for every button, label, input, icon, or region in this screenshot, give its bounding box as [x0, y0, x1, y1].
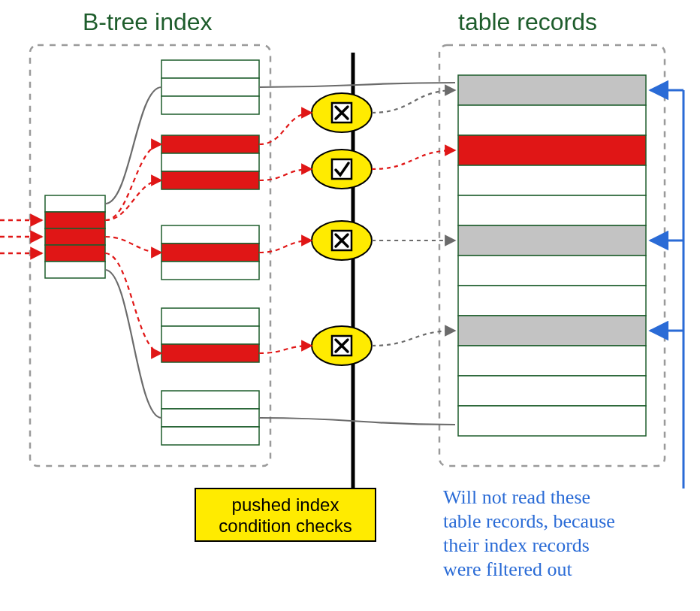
annotation-line: were filtered out: [443, 558, 573, 580]
leaf-row: [161, 153, 259, 171]
root-to-leaf-arrows: [105, 87, 161, 418]
annotation-text: Will not read thesetable records, becaus…: [443, 486, 615, 580]
leaf-row: [161, 326, 259, 344]
connector: [259, 83, 455, 87]
leaf-row: [161, 96, 259, 114]
table-row: [458, 165, 646, 195]
table-row: [458, 135, 646, 165]
table-row: [458, 406, 646, 436]
table-row: [458, 376, 646, 406]
annotation-line: their index records: [443, 534, 590, 556]
table-row: [458, 225, 646, 256]
connector: [105, 87, 161, 204]
leaf-row: [161, 344, 259, 362]
leaf-row: [161, 308, 259, 326]
root-row: [45, 195, 105, 212]
btree-root-node: [45, 195, 105, 278]
connector: [259, 346, 312, 353]
leaf-row: [161, 225, 259, 243]
table-title: table records: [458, 8, 597, 35]
root-row: [45, 228, 105, 245]
annotation-arrows: [650, 90, 683, 488]
condition-evaluators: [312, 93, 372, 365]
connector: [105, 270, 161, 418]
leaf-row: [161, 78, 259, 96]
connector: [372, 331, 455, 346]
connector: [259, 418, 455, 425]
btree-leaf-nodes: [161, 60, 259, 445]
connector: [105, 253, 161, 353]
table-records-block: [458, 75, 646, 436]
table-row: [458, 75, 646, 105]
leaf-to-eval-arrows: [259, 113, 312, 353]
connector: [372, 150, 455, 169]
leaf-row: [161, 409, 259, 427]
connector: [372, 90, 455, 113]
table-row: [458, 316, 646, 346]
table-row: [458, 346, 646, 376]
root-row: [45, 262, 105, 278]
leaf-row: [161, 60, 259, 78]
leaf-row: [161, 262, 259, 280]
table-row: [458, 105, 646, 135]
table-row: [458, 286, 646, 316]
root-row: [45, 212, 105, 228]
leaf-row: [161, 135, 259, 153]
condition-label-box: pushed index condition checks: [195, 488, 376, 541]
btree-title: B-tree index: [83, 8, 213, 35]
leaf-row: [161, 171, 259, 189]
annotation-line: Will not read these: [443, 486, 590, 508]
table-row: [458, 256, 646, 286]
connector: [105, 237, 161, 253]
incoming-arrows: [0, 220, 42, 253]
leaf-row: [161, 243, 259, 262]
connector: [105, 144, 161, 220]
connector: [259, 240, 312, 253]
annotation-line: table records, because: [443, 510, 615, 532]
connector: [105, 180, 161, 220]
root-row: [45, 245, 105, 262]
table-row: [458, 195, 646, 225]
condition-label-line2: condition checks: [219, 516, 352, 536]
connector: [259, 169, 312, 180]
connector: [259, 113, 312, 144]
eval-to-table-arrows: [372, 90, 455, 346]
icp-diagram: B-tree index table records pushed index …: [0, 0, 700, 611]
condition-label-line1: pushed index: [232, 495, 339, 515]
leaf-row: [161, 427, 259, 445]
leaf-row: [161, 391, 259, 409]
